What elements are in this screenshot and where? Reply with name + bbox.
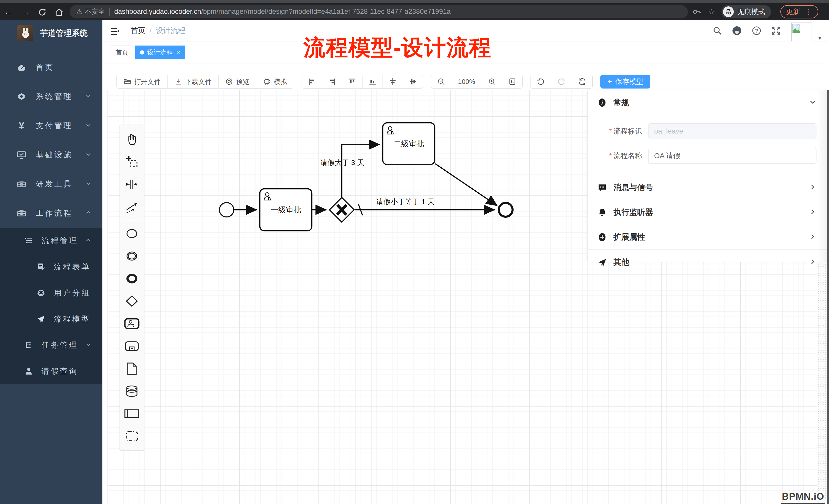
- lasso-tool-icon[interactable]: [120, 150, 144, 173]
- url-path: /bpm/manager/model/design?modelId=e4a1a1…: [201, 8, 450, 15]
- section-title: 扩展属性: [613, 232, 645, 242]
- connect-tool-icon[interactable]: [120, 195, 144, 218]
- fullscreen-icon[interactable]: [771, 26, 781, 36]
- align-middle-icon[interactable]: [383, 75, 403, 88]
- subprocess-icon[interactable]: [120, 335, 144, 357]
- sidebar-item-home[interactable]: 首页: [0, 53, 102, 82]
- sidebar-item-task-mgmt[interactable]: 任务管理: [0, 332, 102, 358]
- zoom-in-icon[interactable]: [482, 75, 502, 88]
- refresh-icon[interactable]: [572, 75, 592, 88]
- security-label: 不安全: [85, 7, 105, 16]
- sidebar-item-label: 流程模型: [54, 314, 91, 324]
- section-messages-signals[interactable]: 消息与信号: [588, 175, 827, 200]
- avatar-caret-icon[interactable]: ▾: [818, 34, 821, 41]
- bookmark-star-icon[interactable]: ☆: [708, 7, 715, 16]
- fit-viewport-icon[interactable]: [502, 75, 522, 88]
- passkey-icon[interactable]: [692, 7, 701, 16]
- download-file-button[interactable]: 下载文件: [168, 75, 218, 88]
- search-icon[interactable]: [713, 26, 722, 35]
- section-general[interactable]: i 常规: [588, 90, 827, 115]
- align-top-icon[interactable]: [342, 75, 362, 88]
- user-task-icon[interactable]: [120, 312, 144, 335]
- undo-icon[interactable]: [531, 75, 551, 88]
- section-other[interactable]: 其他: [588, 250, 827, 274]
- org-tree-icon: [24, 341, 34, 349]
- sidebar-item-label: 基础设施: [36, 150, 73, 160]
- process-key-input[interactable]: [648, 123, 817, 139]
- browser-menu-icon[interactable]: ⋮: [805, 8, 813, 15]
- svg-text:i: i: [602, 100, 603, 106]
- align-bottom-icon[interactable]: [362, 75, 383, 88]
- sidebar-item-label: 流程管理: [41, 236, 78, 246]
- simulate-button[interactable]: 模拟: [256, 75, 294, 88]
- back-icon[interactable]: ←: [0, 7, 17, 16]
- incognito-badge: 无痕模式: [721, 5, 771, 18]
- chevron-down-icon: [85, 180, 92, 188]
- align-center-icon[interactable]: [403, 75, 423, 88]
- sidebar-item-workflow[interactable]: 工作流程: [0, 198, 102, 228]
- sidebar-item-process-model[interactable]: 流程模型: [0, 306, 102, 332]
- reload-icon[interactable]: [34, 7, 51, 16]
- zoom-out-icon[interactable]: [431, 75, 451, 88]
- zoom-level[interactable]: 100%: [451, 75, 482, 88]
- sidebar-item-user-group[interactable]: 用户分组: [0, 280, 102, 306]
- help-icon[interactable]: ?: [752, 26, 761, 36]
- app-logo-row[interactable]: 芋道管理系统: [0, 20, 102, 46]
- active-tab-dot: [140, 50, 144, 54]
- data-object-icon[interactable]: [120, 357, 144, 380]
- vertical-scrollbar[interactable]: [827, 90, 829, 504]
- update-button[interactable]: 更新 ⋮: [780, 5, 818, 18]
- process-name-field-row: *流程名称: [592, 148, 817, 164]
- section-extended-properties[interactable]: 扩展属性: [588, 225, 827, 250]
- tab-home[interactable]: 首页: [111, 45, 133, 59]
- sidebar-item-infrastructure[interactable]: 基础设施: [0, 140, 102, 169]
- sidebar-item-payment[interactable]: ¥ 支付管理: [0, 111, 102, 140]
- home-icon[interactable]: [51, 7, 68, 16]
- document-edit-icon: [36, 263, 46, 271]
- github-icon[interactable]: [732, 26, 742, 36]
- redo-icon[interactable]: [551, 75, 572, 88]
- chevron-down-icon: [809, 98, 817, 107]
- chevron-up-icon: [85, 237, 92, 244]
- sidebar-item-label: 系统管理: [36, 91, 73, 102]
- tab-design-process[interactable]: 设计流程 ×: [135, 45, 185, 59]
- url-bar[interactable]: ⚠ 不安全 dashboard.yudao.iocoder.cn/bpm/man…: [70, 5, 688, 18]
- forward-icon[interactable]: →: [17, 7, 34, 16]
- align-left-icon[interactable]: [302, 75, 322, 88]
- section-title: 消息与信号: [613, 182, 653, 193]
- start-event-icon[interactable]: [120, 222, 144, 245]
- sidebar-item-process-form[interactable]: 流程表单: [0, 254, 102, 280]
- insecure-warning-icon[interactable]: ⚠: [76, 8, 82, 15]
- sidebar-collapse-icon[interactable]: [110, 26, 120, 37]
- sidebar-item-process-mgmt[interactable]: 流程管理: [0, 228, 102, 254]
- avatar[interactable]: [791, 23, 812, 43]
- breadcrumb-home[interactable]: 首页: [131, 26, 145, 36]
- browser-toolbar: ← → ⚠ 不安全 dashboard.yudao.iocoder.cn/bpm…: [0, 3, 829, 20]
- align-right-icon[interactable]: [322, 75, 342, 88]
- required-mark: *: [609, 127, 612, 135]
- zoom-level-value: 100%: [458, 78, 475, 86]
- bpmn-io-watermark[interactable]: BPMN.iO: [781, 491, 825, 504]
- breadcrumb-separator: /: [149, 27, 151, 35]
- hand-tool-icon[interactable]: [120, 128, 144, 150]
- participant-pool-icon[interactable]: [120, 402, 144, 425]
- sidebar-item-devtools[interactable]: 研发工具: [0, 169, 102, 198]
- section-execution-listeners[interactable]: 执行监听器: [588, 200, 827, 225]
- sidebar-item-leave-query[interactable]: 请假查询: [0, 358, 102, 384]
- end-event-icon[interactable]: [120, 267, 144, 290]
- chevron-right-icon: [809, 233, 817, 241]
- process-name-input[interactable]: [648, 148, 817, 164]
- plus-circle-icon: [597, 233, 607, 242]
- url-text[interactable]: dashboard.yudao.iocoder.cn/bpm/manager/m…: [114, 8, 450, 15]
- gateway-icon[interactable]: [120, 290, 144, 312]
- group-icon[interactable]: [120, 425, 144, 448]
- sidebar-item-system[interactable]: 系统管理: [0, 82, 102, 111]
- close-icon[interactable]: ×: [177, 49, 180, 56]
- save-model-button[interactable]: + 保存模型: [600, 75, 651, 88]
- intermediate-event-icon[interactable]: [120, 245, 144, 267]
- preview-button[interactable]: 预览: [218, 75, 256, 88]
- space-tool-icon[interactable]: [120, 173, 144, 195]
- data-store-icon[interactable]: [120, 380, 144, 402]
- open-file-button[interactable]: 打开文件: [117, 75, 168, 88]
- chevron-right-icon: [809, 258, 817, 267]
